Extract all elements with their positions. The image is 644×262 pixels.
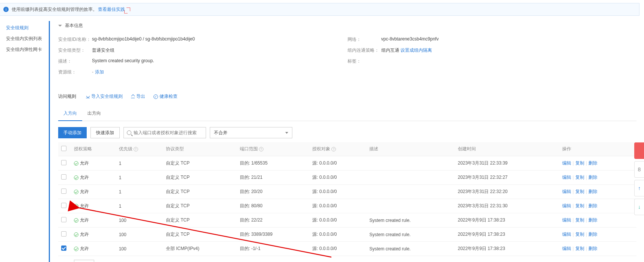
table-row: 允许1自定义 TCP目的: 20/20源: 0.0.0.0/02023年3月31… [58, 185, 636, 199]
sidebar-item-eni[interactable]: 安全组内弹性网卡 [6, 44, 49, 55]
health-check-link[interactable]: ✓健康检查 [153, 93, 178, 100]
created-cell: 2022年9月9日 17:38:23 [455, 228, 559, 242]
batch-delete-button[interactable]: 删除 [74, 260, 94, 262]
delete-link[interactable]: 删除 [588, 232, 597, 237]
delete-link[interactable]: 删除 [588, 160, 597, 166]
row-checkbox[interactable] [61, 246, 66, 251]
label-sg-id: 安全组ID/名称： [58, 36, 92, 43]
desc-cell: System created rule. [366, 213, 455, 228]
copy-link[interactable]: 复制 [575, 246, 584, 251]
notice-bar: i 使用前缀列表提高安全组规则管理的效率。 查看最佳实践 [0, 3, 639, 16]
desc-cell [366, 171, 455, 185]
edit-link[interactable]: 编辑 [562, 203, 571, 208]
tab-outbound[interactable]: 出方向 [82, 106, 106, 121]
desc-cell: System created rule. [366, 242, 455, 256]
policy-cell: 允许 [74, 160, 89, 166]
collapse-arrow-icon [58, 25, 62, 27]
delete-link[interactable]: 删除 [588, 175, 597, 180]
float-down-button[interactable]: ↓ [634, 199, 644, 215]
col-ops: 操作 [559, 142, 636, 156]
row-checkbox[interactable] [61, 203, 66, 208]
edit-link[interactable]: 编辑 [562, 189, 571, 194]
rules-table: 授权策略 优先级? 协议类型 端口范围? 授权对象? 描述 创建时间 操作 允许… [58, 142, 636, 262]
value-net: vpc-8vbtarene3csb4mc9pnfv [381, 36, 439, 43]
priority-cell: 1 [116, 199, 163, 213]
row-checkbox[interactable] [61, 217, 66, 222]
check-circle-icon: ✓ [153, 94, 158, 99]
table-row: 允许1自定义 TCP目的: 21/21源: 0.0.0.0/02023年3月31… [58, 171, 636, 185]
float-up-button[interactable]: ↑ [634, 180, 644, 196]
best-practices-link[interactable]: 查看最佳实践 [98, 6, 125, 13]
row-checkbox[interactable] [61, 189, 66, 194]
row-checkbox[interactable] [61, 231, 66, 237]
basic-info-header[interactable]: 基本信息 [58, 22, 636, 29]
delete-link[interactable]: 删除 [588, 217, 597, 223]
label-net: 网络： [348, 36, 381, 43]
copy-link[interactable]: 复制 [575, 189, 584, 194]
rules-title: 访问规则 [58, 93, 76, 100]
resgroup-add-link[interactable]: 添加 [95, 69, 104, 75]
row-checkbox[interactable] [61, 160, 66, 165]
import-rules-link[interactable]: 导入安全组规则 [86, 93, 123, 100]
edit-link[interactable]: 编辑 [562, 246, 571, 251]
tab-inbound[interactable]: 入方向 [58, 106, 82, 121]
select-all-checkbox[interactable] [61, 146, 66, 151]
merge-select[interactable]: 不合并 [210, 127, 292, 138]
copy-link[interactable]: 复制 [575, 175, 584, 180]
sidebar-item-instances[interactable]: 安全组内实例列表 [6, 33, 49, 44]
copy-link[interactable]: 复制 [575, 232, 584, 237]
ops-cell: 编辑|复制|删除 [559, 156, 636, 171]
label-desc: 描述： [58, 58, 92, 64]
help-icon[interactable]: ? [259, 147, 263, 151]
basic-info-title: 基本信息 [65, 22, 83, 29]
col-policy: 授权策略 [71, 142, 116, 156]
search-icon [127, 130, 131, 135]
copy-link[interactable]: 复制 [575, 217, 584, 223]
add-manual-button[interactable]: 手动添加 [58, 127, 87, 138]
delete-link[interactable]: 删除 [588, 189, 597, 194]
copy-link[interactable]: 复制 [575, 203, 584, 208]
desc-cell [366, 199, 455, 213]
chevron-down-icon [285, 132, 288, 134]
export-rules-link[interactable]: 导出 [131, 93, 145, 100]
edit-link[interactable]: 编辑 [562, 217, 571, 223]
basic-info-grid: 安全组ID/名称：sg-8vbfsbcmjipo1b4dije0 / sg-8v… [58, 34, 636, 78]
value-desc: System created security group. [92, 58, 154, 64]
priority-cell: 100 [116, 228, 163, 242]
sidebar-item-rules[interactable]: 安全组规则 [6, 22, 49, 33]
intra-isolation-link[interactable]: 设置成组内隔离 [400, 48, 432, 53]
protocol-cell: 自定义 TCP [163, 156, 237, 171]
ops-cell: 编辑|复制|删除 [559, 171, 636, 185]
created-cell: 2022年9月9日 17:38:23 [455, 242, 559, 256]
edit-link[interactable]: 编辑 [562, 232, 571, 237]
float-count-button[interactable]: 8 [634, 161, 644, 178]
priority-cell: 100 [116, 242, 163, 256]
policy-cell: 允许 [74, 246, 89, 252]
value-sg-type: 普通安全组 [92, 47, 114, 54]
ops-cell: 编辑|复制|删除 [559, 242, 636, 256]
col-target: 授权对象 [312, 146, 330, 151]
row-checkbox[interactable] [61, 174, 66, 180]
direction-tabs: 入方向 出方向 [58, 106, 636, 121]
policy-cell: 允许 [74, 203, 89, 209]
search-input[interactable] [134, 130, 203, 135]
float-buttons: 8 ↑ ↓ [634, 142, 644, 215]
delete-link[interactable]: 删除 [588, 203, 597, 208]
delete-link[interactable]: 删除 [588, 246, 597, 251]
priority-cell: 1 [116, 185, 163, 199]
priority-cell: 100 [116, 213, 163, 228]
created-cell: 2022年9月9日 17:38:23 [455, 213, 559, 228]
col-created: 创建时间 [455, 142, 559, 156]
float-feedback-button[interactable] [634, 142, 644, 159]
edit-link[interactable]: 编辑 [562, 175, 571, 180]
help-icon[interactable]: ? [331, 147, 336, 151]
search-input-wrap[interactable] [123, 127, 206, 138]
col-protocol: 协议类型 [163, 142, 237, 156]
notice-text: 使用前缀列表提高安全组规则管理的效率。 [12, 6, 97, 13]
add-quick-button[interactable]: 快速添加 [90, 127, 120, 138]
edit-link[interactable]: 编辑 [562, 160, 571, 166]
help-icon[interactable]: ? [134, 147, 138, 151]
external-link-icon [126, 7, 130, 11]
copy-link[interactable]: 复制 [575, 160, 584, 166]
created-cell: 2023年3月31日 22:33:39 [455, 156, 559, 171]
